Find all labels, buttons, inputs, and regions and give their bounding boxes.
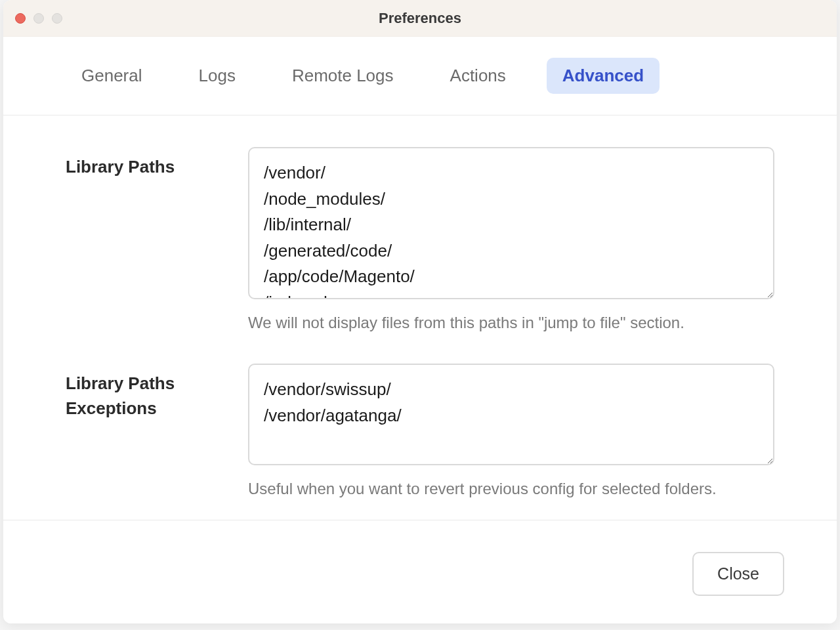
footer: Close — [3, 520, 837, 623]
content: Library Paths We will not display files … — [3, 116, 837, 520]
library-paths-help: We will not display files from this path… — [248, 314, 774, 332]
maximize-window-button[interactable] — [52, 13, 62, 24]
library-paths-exceptions-body: Useful when you want to revert previous … — [248, 364, 774, 498]
library-paths-exceptions-help: Useful when you want to revert previous … — [248, 480, 774, 498]
library-paths-exceptions-label: Library Paths Exceptions — [66, 364, 248, 421]
titlebar: Preferences — [3, 0, 837, 37]
field-library-paths-exceptions: Library Paths Exceptions Useful when you… — [66, 364, 774, 498]
minimize-window-button[interactable] — [33, 13, 44, 24]
traffic-lights — [3, 13, 62, 24]
tab-advanced[interactable]: Advanced — [547, 58, 660, 94]
library-paths-body: We will not display files from this path… — [248, 147, 774, 332]
window-title: Preferences — [3, 10, 837, 27]
library-paths-exceptions-input[interactable] — [248, 364, 774, 465]
preferences-window: Preferences General Logs Remote Logs Act… — [3, 0, 837, 623]
field-library-paths: Library Paths We will not display files … — [66, 147, 774, 332]
tab-logs[interactable]: Logs — [183, 58, 251, 94]
close-window-button[interactable] — [15, 13, 26, 24]
library-paths-label: Library Paths — [66, 147, 248, 180]
close-button[interactable]: Close — [692, 552, 784, 596]
tab-general[interactable]: General — [66, 58, 158, 94]
library-paths-input[interactable] — [248, 147, 774, 299]
tab-remote-logs[interactable]: Remote Logs — [276, 58, 410, 94]
tab-actions[interactable]: Actions — [434, 58, 522, 94]
tabs: General Logs Remote Logs Actions Advance… — [3, 37, 837, 116]
